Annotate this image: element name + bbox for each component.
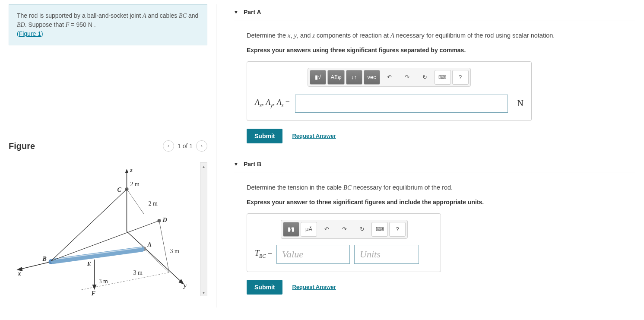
comma: , [273,98,277,107]
part-b-title: Part B [244,161,261,168]
submit-button[interactable]: Submit [247,280,282,295]
part-b: ▼ Part B Determine the tension in the ca… [234,156,635,295]
part-b-variable: TBC = [255,249,272,260]
collapse-icon: ▼ [234,162,238,167]
dim-3m-c: 3 m [99,278,108,285]
svg-line-4 [19,262,51,269]
axis-x: x [18,270,21,277]
problem-text: and cables [146,12,179,19]
pager-next-button[interactable]: › [196,140,207,152]
comma: , [262,98,266,107]
joint-A: A [143,13,146,19]
svg-marker-22 [92,285,97,290]
point-A: A [147,241,152,248]
figure-link[interactable]: (Figure 1) [17,30,43,37]
axis-y: y [183,282,187,289]
figure-body: z y x C [9,162,207,296]
part-a-input-row: Ax, Ay, Az = N [255,95,523,113]
figure-title: Figure [9,141,35,151]
force-value: = 950 N . [69,21,95,28]
pager-prev-button[interactable]: ‹ [163,140,174,152]
templates-button[interactable]: ▮√ [310,70,326,85]
force-F-label: F [91,290,96,296]
request-answer-link[interactable]: Request Answer [292,284,336,290]
part-a-header[interactable]: ▼ Part A [234,4,635,20]
prompt-text: components of reaction at [315,32,390,39]
svg-line-9 [127,189,144,214]
request-answer-link[interactable]: Request Answer [292,133,336,139]
redo-button[interactable]: ↷ [399,70,416,85]
greek-button[interactable]: ΑΣφ [327,70,344,85]
figure-pager: ‹ 1 of 1 › [163,140,207,152]
problem-text: and [187,12,198,19]
part-b-input-card: ▮⁄▮ μÅ ↶ ↷ ↻ ⌨ ? TBC = Value Units [247,213,441,272]
part-a: ▼ Part A Determine the x, y, and z compo… [234,4,635,143]
vec-button[interactable]: vec [364,70,380,85]
point-E: E [87,261,91,267]
sort-button[interactable]: ↓↑ [346,70,362,85]
problem-text: . Suppose that [25,21,66,28]
equals: = [266,249,272,257]
right-pane: ▼ Part A Determine the x, y, and z compo… [216,4,635,307]
pager-label: 1 of 1 [178,143,193,149]
part-a-variables: Ax, Ay, Az = [255,98,290,109]
point-C: C [117,187,122,193]
svg-marker-1 [125,169,129,173]
cable-BD: BD [17,22,25,28]
part-a-unit: N [517,98,523,108]
keyboard-button[interactable]: ⌨ [371,222,388,237]
and: , and [297,32,312,39]
part-a-prompt: Determine the x, y, and z components of … [247,31,635,41]
redo-button[interactable]: ↷ [336,222,352,237]
T-sub: BC [259,253,266,259]
refresh-button[interactable]: ↻ [417,70,433,85]
part-a-title: Part A [244,9,261,16]
part-a-toolbar: ▮√ ΑΣφ ↓↑ vec ↶ ↷ ↻ ⌨ ? [308,68,470,87]
dim-2m-a: 2 m [130,181,140,187]
part-b-instructions: Express your answer to three significant… [247,199,635,206]
scroll-down-icon[interactable]: ▾ [200,289,207,296]
part-a-instructions: Express your answers using three signifi… [247,47,635,54]
collapse-icon: ▼ [234,10,238,15]
prompt-text: necessary for equilibrium of the rod usi… [394,32,555,39]
help-button[interactable]: ? [389,222,406,237]
problem-text: The rod is supported by a ball-and-socke… [17,12,143,19]
keyboard-button[interactable]: ⌨ [435,70,451,85]
figure-scrollbar[interactable]: ▴ ▾ [200,162,207,296]
T-sym: T [255,249,259,257]
submit-button[interactable]: Submit [247,129,282,143]
comma: , [291,32,294,39]
undo-button[interactable]: ↶ [381,70,398,85]
part-b-prompt: Determine the tension in the cable BC ne… [247,183,635,193]
value-input[interactable]: Value [276,245,350,264]
prompt-text: Determine the [247,32,288,39]
svg-line-19 [51,189,127,261]
figure-header: Figure ‹ 1 of 1 › [9,140,207,157]
templates-button[interactable]: ▮⁄▮ [283,222,299,237]
units-input[interactable]: Units [354,245,419,264]
dim-2m-b: 2 m [149,200,158,207]
dim-3m-b: 3 m [133,269,143,276]
undo-button[interactable]: ↶ [318,222,335,237]
figure-diagram: z y x C [9,162,197,296]
problem-statement: The rod is supported by a ball-and-socke… [9,4,207,45]
units-format-button[interactable]: μÅ [301,222,317,237]
point-A-ref: A [390,32,394,39]
prompt-text: Determine the tension in the cable [247,184,343,191]
dim-3m-a: 3 m [170,248,180,254]
equals: = [283,98,290,107]
part-a-actions: Submit Request Answer [247,129,635,143]
part-a-input-card: ▮√ ΑΣφ ↓↑ vec ↶ ↷ ↻ ⌨ ? Ax, Ay, Az = [247,61,532,121]
refresh-button[interactable]: ↻ [354,222,370,237]
cable-BC: BC [179,13,187,19]
part-b-toolbar: ▮⁄▮ μÅ ↶ ↷ ↻ ⌨ ? [281,220,408,239]
scroll-up-icon[interactable]: ▴ [200,163,207,170]
Ay-sym: A [266,98,270,107]
point-B: B [42,256,47,262]
prompt-text: necessary for equilibrium of the rod. [352,184,453,191]
axis-z: z [130,167,133,173]
part-b-header[interactable]: ▼ Part B [234,156,635,172]
point-D: D [162,217,167,223]
help-button[interactable]: ? [452,70,469,85]
part-a-answer-input[interactable] [295,95,508,113]
